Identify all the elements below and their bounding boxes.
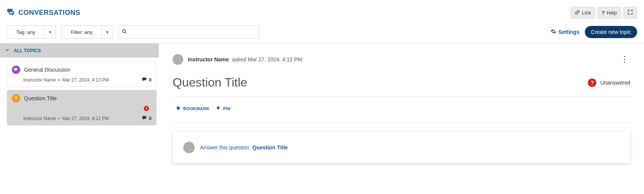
body: ALL TOPICS General Discussion Instructor… <box>0 43 644 178</box>
header-left: CONVERSATIONS <box>7 8 80 17</box>
topic-author: Instructor Name <box>23 77 56 83</box>
post-time: Mar 27, 2024, 4:12 PM <box>248 56 302 63</box>
tag-dropdown-label: Tag: any <box>7 26 45 38</box>
filter-dropdown-label: Filter: any <box>61 26 102 38</box>
answer-prompt: Answer this question <box>200 144 249 151</box>
topic-list: General Discussion Instructor Name ● Mar… <box>0 58 159 125</box>
topic-time: Mar 27, 2024, 4:13 PM <box>62 77 109 83</box>
bookmark-label: BOOKMARK <box>183 106 209 111</box>
filter-dropdown[interactable]: Filter: any ▼ <box>61 26 113 38</box>
topic-title: Question Title <box>24 95 57 101</box>
unanswered-label: Unanswered <box>600 80 630 86</box>
link-button[interactable]: Link <box>571 7 595 19</box>
post-actions: BOOKMARK PIN <box>173 104 630 115</box>
pin-icon <box>216 105 221 112</box>
conversations-icon <box>7 8 15 17</box>
fullscreen-button[interactable] <box>623 7 637 19</box>
alert-icon: ? <box>144 106 152 112</box>
answer-title: Question Title <box>252 144 288 151</box>
sidebar: ALL TOPICS General Discussion Instructor… <box>0 43 159 178</box>
star-icon <box>176 105 181 112</box>
question-icon: ? <box>12 94 20 103</box>
post-header: Instructor Name asked Mar 27, 2024, 4:12… <box>173 54 630 65</box>
search-input[interactable] <box>129 29 256 35</box>
post-verb: asked <box>232 56 246 63</box>
help-button[interactable]: ? Help <box>597 7 621 19</box>
header: CONVERSATIONS Link ? Help <box>0 0 644 22</box>
toolbar: Tag: any ▼ Filter: any ▼ Settings Create… <box>0 22 644 43</box>
discussion-icon <box>12 66 20 74</box>
topic-time: Mar 27, 2024, 4:12 PM <box>62 116 109 121</box>
create-topic-button[interactable]: Create new topic <box>585 26 637 38</box>
post-menu-button[interactable]: ⋮ <box>618 58 630 61</box>
settings-label: Settings <box>558 29 579 35</box>
search-icon <box>122 29 127 35</box>
post-title: Question Title <box>173 75 247 90</box>
search-box[interactable] <box>118 26 260 38</box>
chevron-down-icon <box>5 47 10 54</box>
header-actions: Link ? Help <box>571 7 637 19</box>
svg-point-0 <box>123 30 126 33</box>
topic-card-question-title[interactable]: ? Question Title ? Instructor Name ● Mar… <box>7 90 157 125</box>
comment-icon <box>142 77 147 83</box>
svg-text:?: ? <box>145 107 148 111</box>
kebab-icon: ⋮ <box>620 58 628 61</box>
svg-marker-4 <box>176 106 181 110</box>
link-icon <box>575 10 580 16</box>
page-title: CONVERSATIONS <box>18 9 80 17</box>
divider <box>173 122 630 123</box>
settings-link[interactable]: Settings <box>550 29 579 35</box>
topic-comment-count: 0 <box>149 77 152 83</box>
avatar <box>173 54 183 65</box>
dot-separator: ● <box>58 78 60 82</box>
help-button-label: Help <box>607 10 617 16</box>
post-content: Instructor Name asked Mar 27, 2024, 4:12… <box>159 43 644 178</box>
comment-icon <box>142 115 147 121</box>
tag-dropdown[interactable]: Tag: any ▼ <box>7 26 56 38</box>
gear-icon <box>550 29 556 35</box>
help-icon: ? <box>602 10 605 16</box>
link-button-label: Link <box>582 10 591 16</box>
answer-card[interactable]: Answer this question Question Title <box>173 132 630 163</box>
unanswered-icon: ? <box>588 79 596 87</box>
caret-down-icon: ▼ <box>45 26 55 38</box>
topic-title: General Discussion <box>24 67 70 73</box>
all-topics-label: ALL TOPICS <box>14 48 41 53</box>
pin-label: PIN <box>223 106 230 111</box>
topic-comment-count: 0 <box>149 116 152 121</box>
divider <box>173 96 630 97</box>
expand-icon <box>628 10 633 16</box>
post-author: Instructor Name <box>188 56 229 63</box>
svg-line-1 <box>125 32 126 33</box>
bookmark-button[interactable]: BOOKMARK <box>176 105 209 112</box>
pin-button[interactable]: PIN <box>216 105 230 112</box>
topic-author: Instructor Name <box>23 116 56 121</box>
unanswered-status: ? Unanswered <box>588 79 630 87</box>
avatar <box>183 142 195 153</box>
post-title-row: Question Title ? Unanswered <box>173 75 630 90</box>
topic-card-general-discussion[interactable]: General Discussion Instructor Name ● Mar… <box>7 61 157 87</box>
dot-separator: ● <box>58 117 60 120</box>
all-topics-toggle[interactable]: ALL TOPICS <box>0 43 159 58</box>
caret-down-icon: ▼ <box>102 26 113 38</box>
